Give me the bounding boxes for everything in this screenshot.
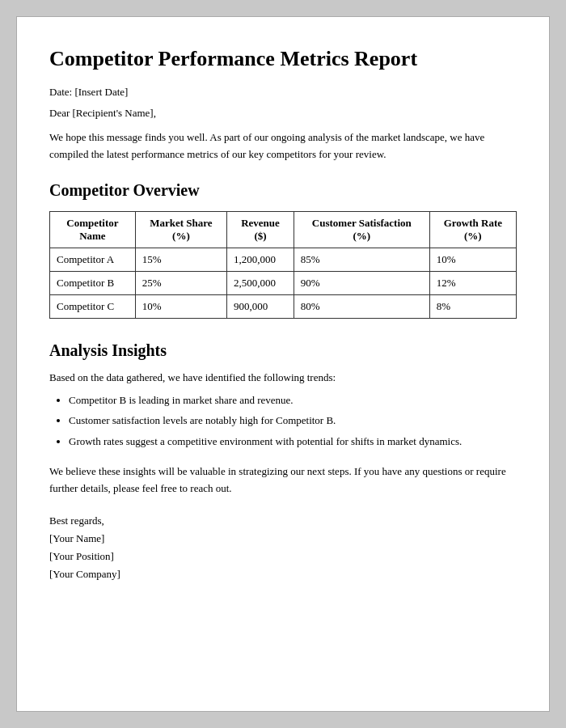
- col-header-growth-rate: Growth Rate(%): [429, 211, 516, 248]
- cell-growth_rate-0: 10%: [429, 248, 516, 271]
- signature-block: Best regards,[Your Name][Your Position][…: [49, 512, 517, 583]
- cell-revenue-2: 900,000: [227, 294, 294, 318]
- col-header-market-share: Market Share(%): [135, 211, 226, 248]
- col-header-revenue: Revenue($): [227, 211, 294, 248]
- bullet-list: Competitor B is leading in market share …: [69, 392, 517, 450]
- signature-line-2: [Your Position]: [49, 548, 517, 565]
- cell-market_share-1: 25%: [135, 271, 226, 294]
- cell-name-2: Competitor C: [50, 294, 136, 318]
- bullet-item-1: Customer satisfaction levels are notably…: [69, 413, 517, 429]
- intro-paragraph: We hope this message finds you well. As …: [49, 129, 517, 163]
- competitor-overview-title: Competitor Overview: [49, 181, 517, 200]
- col-header-customer-satisfaction: Customer Satisfaction(%): [294, 211, 429, 248]
- cell-market_share-2: 10%: [135, 294, 226, 318]
- date-line: Date: [Insert Date]: [49, 86, 517, 99]
- signature-line-0: Best regards,: [49, 512, 517, 530]
- cell-market_share-0: 15%: [135, 248, 226, 271]
- report-title: Competitor Performance Metrics Report: [49, 46, 517, 71]
- cell-customer_satisfaction-2: 80%: [294, 294, 429, 318]
- cell-growth_rate-1: 12%: [429, 271, 516, 294]
- salutation: Dear [Recipient's Name],: [49, 107, 517, 120]
- col-header-name: CompetitorName: [50, 211, 136, 248]
- cell-customer_satisfaction-1: 90%: [294, 271, 429, 294]
- cell-revenue-0: 1,200,000: [227, 248, 294, 271]
- cell-revenue-1: 2,500,000: [227, 271, 294, 294]
- table-row: Competitor A15%1,200,00085%10%: [50, 248, 517, 271]
- cell-growth_rate-2: 8%: [429, 294, 516, 318]
- competitor-table: CompetitorName Market Share(%) Revenue($…: [49, 211, 517, 319]
- closing-paragraph: We believe these insights will be valuab…: [49, 463, 517, 497]
- analysis-title: Analysis Insights: [49, 341, 517, 360]
- cell-name-1: Competitor B: [50, 271, 136, 294]
- signature-line-3: [Your Company]: [49, 565, 517, 583]
- analysis-intro: Based on the data gathered, we have iden…: [49, 371, 517, 384]
- bullet-item-0: Competitor B is leading in market share …: [69, 392, 517, 408]
- report-page: Competitor Performance Metrics Report Da…: [16, 16, 550, 712]
- table-row: Competitor B25%2,500,00090%12%: [50, 271, 517, 294]
- signature-line-1: [Your Name]: [49, 530, 517, 548]
- cell-customer_satisfaction-0: 85%: [294, 248, 429, 271]
- table-header-row: CompetitorName Market Share(%) Revenue($…: [50, 211, 517, 248]
- cell-name-0: Competitor A: [50, 248, 136, 271]
- table-row: Competitor C10%900,00080%8%: [50, 294, 517, 318]
- bullet-item-2: Growth rates suggest a competitive envir…: [69, 434, 517, 450]
